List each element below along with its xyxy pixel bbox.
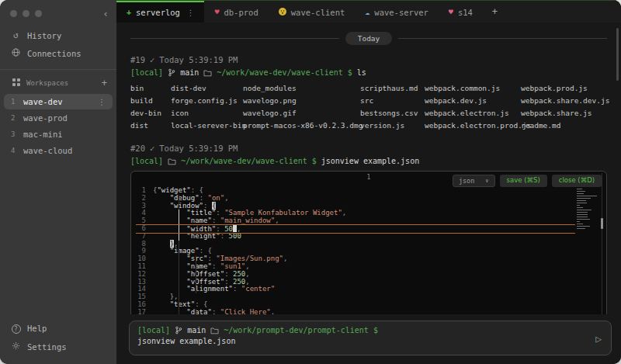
workspace-item-wave-prod[interactable]: 2wave-prod [4, 110, 113, 126]
line-number: 17 [136, 309, 153, 314]
indent-guide [196, 309, 196, 314]
sidebar-collapse-icon[interactable]: ‹ [102, 9, 109, 19]
minimap [577, 189, 597, 231]
workspace-menu-icon[interactable]: ⋮ [98, 97, 106, 106]
send-command-icon[interactable]: ▷ [595, 332, 602, 344]
file-name: webpack.electron.js [425, 107, 521, 120]
gear-icon [11, 341, 21, 352]
sidebar-item-settings[interactable]: Settings [0, 338, 116, 356]
face-icon [279, 8, 286, 17]
file-name: icon [171, 107, 243, 120]
tab-db-prod[interactable]: ♥db-prod [204, 1, 268, 23]
workspace-item-mac-mini[interactable]: 3mac-mini [4, 127, 113, 142]
minimap-line [577, 217, 588, 217]
file-name: wavelogo.gif [243, 107, 360, 120]
date-divider: Today [130, 32, 607, 45]
file-name: readme.md [521, 120, 609, 132]
file-name: bin [130, 82, 171, 95]
workspace-number: 3 [11, 130, 17, 138]
workspace-item-wave-cloud[interactable]: 4wave-cloud [4, 143, 113, 158]
folder-icon [210, 327, 219, 335]
tab-menu-icon[interactable]: ⋮ [186, 8, 195, 17]
input-prompt-line: [local] main ~/work/prompt-dev/prompt-cl… [137, 326, 603, 335]
prompt-cwd: ~/work/wave-dev/wave-client [217, 68, 343, 77]
window-zoom-button[interactable] [35, 10, 42, 17]
file-name: local-serever-bin [171, 120, 243, 132]
help-icon: ? [11, 324, 21, 335]
minimap-line [577, 214, 588, 215]
tab-label: serverlog [136, 8, 180, 17]
file-name: dist-dev [171, 82, 243, 95]
workspace-number: 1 [11, 98, 17, 106]
tab-wave-server[interactable]: ☁wave-server [355, 1, 439, 23]
minimap-line [577, 219, 590, 220]
prompt-command: jsonview example.json [321, 157, 419, 165]
code-editor[interactable]: 1{"widget": {2 "debug": "on",3 "window":… [136, 187, 575, 314]
minimap-line [577, 228, 585, 229]
heart-icon: ♥ [449, 9, 453, 16]
workspace-item-wave-dev[interactable]: 1wave-dev⋮ [4, 94, 113, 109]
mode-dropdown[interactable]: json ∨ [453, 175, 495, 187]
prompt-host: [local] [130, 157, 163, 165]
file-name: build [130, 95, 171, 107]
code-line-6: 6 "width": 50, [136, 224, 575, 234]
tab-wave-client[interactable]: wave-client [269, 1, 356, 23]
file-name: webpack.share.dev.js [521, 95, 609, 107]
content-scrollbar-thumb[interactable] [616, 28, 619, 81]
file-name: src [360, 95, 425, 107]
check-icon: ✓ [150, 144, 154, 153]
prompt-branch: main [187, 326, 206, 335]
add-workspace-button[interactable]: + [102, 78, 107, 88]
file-name: webpack.electron.prod.js [425, 120, 521, 132]
file-name: node_modules [243, 82, 360, 95]
folder-icon [168, 158, 176, 165]
window-minimize-button[interactable] [23, 10, 29, 17]
minimap-line [577, 203, 587, 203]
minimap-line [577, 207, 583, 208]
code-line-14: 14 "alignment": "center" [136, 286, 575, 293]
sidebar-item-help[interactable]: ? Help [0, 320, 116, 338]
prompt-symbol: $ [373, 326, 378, 335]
line-text: "data": "Click Here", [153, 309, 275, 314]
window-close-button[interactable] [10, 10, 17, 17]
command-input[interactable]: [local] main ~/work/prompt-dev/prompt-cl… [129, 321, 612, 355]
workspaces-header: Workspaces + [0, 75, 116, 93]
workspace-label: wave-dev [23, 97, 63, 106]
prompt-host: [local] [137, 326, 170, 335]
prompt-command: ls [357, 68, 366, 77]
connections-label: Connections [27, 49, 82, 58]
prompt-line: [local] ~/work/wave-dev/wave-client $ js… [130, 157, 607, 165]
new-tab-button[interactable]: + [483, 1, 507, 23]
close-button[interactable]: close (⌘D) [552, 175, 602, 187]
app-window: ‹ ↺ History Connections Workspaces [0, 0, 621, 364]
sidebar-bottom: ? Help Settings [0, 320, 116, 364]
file-name: wavelogo.png [243, 95, 360, 107]
tab-label: db-prod [224, 8, 258, 17]
minimap-line [577, 193, 584, 194]
file-name: forge.config.js [171, 95, 243, 107]
sidebar-item-connections[interactable]: Connections [0, 44, 116, 63]
editor-scrollbar-thumb[interactable] [601, 218, 603, 229]
tab-label: s14 [458, 8, 473, 17]
prompt-host: [local] [130, 68, 163, 77]
workspace-list: 1wave-dev⋮2wave-prod3mac-mini4wave-cloud [0, 93, 116, 159]
settings-label: Settings [27, 342, 67, 352]
file-name: webpack.common.js [425, 82, 521, 95]
sidebar-item-history[interactable]: ↺ History [0, 26, 116, 44]
prompt-symbol: $ [348, 68, 352, 77]
minimap-line [577, 198, 591, 199]
editor-scrollbar-track [602, 173, 602, 314]
minimap-line [577, 210, 592, 210]
save-button[interactable]: save (⌘S) [500, 175, 547, 187]
globe-icon [11, 48, 21, 59]
titlebar: ‹ [0, 0, 116, 26]
workspace-number: 4 [11, 147, 17, 154]
workspace-label: mac-mini [23, 130, 63, 139]
minimap-line [577, 191, 585, 192]
workspaces-label: Workspaces [26, 79, 68, 87]
command-block-19: #19 ✓ Today 5:39:19 PM [local] main [130, 55, 607, 132]
help-label: Help [27, 324, 47, 333]
tab-serverlog[interactable]: +serverlog⋮ [116, 1, 204, 23]
tab-s14[interactable]: ♥s14 [439, 1, 483, 23]
chevron-down-icon: ∨ [485, 178, 488, 184]
